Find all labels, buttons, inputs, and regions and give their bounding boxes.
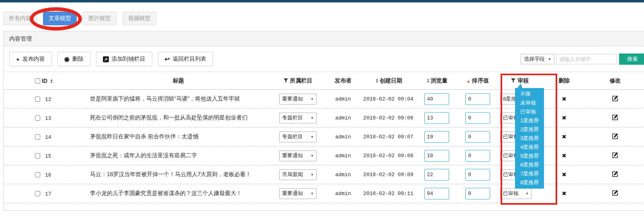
audit-option[interactable]: 8星推荐 [515,178,544,187]
audit-option[interactable]: 3星推荐 [515,134,544,143]
audit-filter-dropdown: 不限 未审核 已审核 1星推荐 2星推荐 3星推荐 4星推荐 5星推荐 6星推荐… [515,88,544,189]
row-publisher: admin [325,127,361,146]
tab-video-model[interactable]: 视频模型 [123,12,156,25]
views-input[interactable] [424,150,449,162]
row-checkbox[interactable] [35,153,40,158]
audit-option[interactable]: 不限 [515,90,544,99]
category-select[interactable]: 重要通知▼ [279,150,317,161]
category-select[interactable]: 专题栏目▼ [279,132,317,142]
sort-icon: ▲▼ [376,78,378,83]
model-tabs: 所有内容 文章模型 图片模型 视频模型 [3,12,156,25]
keyword-input[interactable] [556,54,617,64]
audit-option[interactable]: 7星推荐 [515,169,544,178]
delete-row-icon[interactable]: ✖ [562,152,566,159]
audit-option[interactable]: 已审核 [515,107,544,116]
row-title: 死在公司倒闭之前的茅侃侃，和一批从高处坠落的明星创业者们 [86,109,271,127]
add-to-sub-column-label: 添加到辅栏目 [112,55,145,63]
field-select-dropdown[interactable]: 选择字段 ▼ [521,54,554,64]
edit-icon[interactable] [612,133,619,140]
row-id: 16 [45,172,51,178]
delete-row-icon[interactable]: ✖ [562,96,566,102]
row-created: 2018-02-02 09:06 [361,109,415,127]
header-sort-value[interactable]: ▲排序值 [458,72,498,90]
back-to-column-list-label: 返回栏目列表 [172,55,206,63]
sort-value-input[interactable] [465,131,490,143]
category-select[interactable]: 专题栏目▼ [279,113,317,123]
audit-option[interactable]: 未审核 [515,99,544,107]
delete-row-icon[interactable]: ✖ [562,134,566,140]
audit-option[interactable]: 5星推荐 [515,152,544,160]
row-checkbox[interactable] [35,134,40,140]
views-input[interactable] [424,93,449,105]
content-table: ID ▲ ▼ 标题 所属栏目 发布者 ▲▼ 创建日期 [4,72,644,203]
tab-image-model[interactable]: 图片模型 [83,12,117,25]
table-row: 16 马云：18罗汉当年曾被开掉一个！马云用人7大原则，老板必看！ 市局新闻▼ … [4,165,644,184]
chevron-down-icon: ▼ [548,58,551,61]
audit-option[interactable]: 6星推荐 [515,160,544,169]
select-all-checkbox[interactable] [35,78,40,84]
header-views[interactable]: ▲▼ 浏览量 [415,72,458,90]
tab-all-content[interactable]: 所有内容 [3,12,37,25]
search-button[interactable]: 搜索 [619,53,644,65]
edit-icon[interactable] [612,152,619,158]
delete-row-icon[interactable]: ✖ [562,171,566,178]
header-title: 标题 [86,72,271,90]
search-area: 选择字段 ▼ 搜索 [521,53,644,65]
row-checkbox[interactable] [35,172,40,177]
row-id: 15 [45,153,51,159]
category-select[interactable]: 重要通知▼ [279,188,317,199]
table-row: 17 李小龙的儿子李国豪究竟是被谁谋杀的？这三个人嫌疑最大！ 重要通知▼ adm… [4,184,644,203]
delete-row-icon[interactable]: ✖ [562,115,566,121]
header-id-label: ID [42,78,47,84]
publish-content-button[interactable]: + 发布内容 [9,52,52,66]
sort-icon: ▲▼ [427,78,429,83]
views-input[interactable] [424,112,449,124]
plus-icon: + [16,56,20,63]
header-created[interactable]: ▲▼ 创建日期 [361,72,415,90]
edit-icon[interactable] [612,189,619,196]
sort-value-input[interactable] [465,169,490,181]
header-category[interactable]: 所属栏目 [271,72,325,90]
audit-option[interactable]: 4星推荐 [515,143,544,152]
sort-value-input[interactable] [465,150,490,162]
sort-value-input[interactable] [465,188,490,199]
audit-option[interactable]: 2星推荐 [515,125,544,134]
filter-icon [511,78,515,83]
tab-article-model[interactable]: 文章模型 [43,12,77,25]
row-checkbox[interactable] [35,115,40,121]
views-input[interactable] [424,169,449,181]
category-select[interactable]: 市局新闻▼ [279,169,317,180]
header-id[interactable]: ID ▲ ▼ [4,72,86,90]
audit-option[interactable]: 1星推荐 [515,116,544,125]
export-icon: ↗ [103,56,109,62]
back-to-column-list-button[interactable]: ↩ 返回栏目列表 [158,52,213,66]
sort-value-input[interactable] [465,93,490,105]
sort-icon[interactable]: ▲ ▼ [50,79,53,84]
category-select[interactable]: 重要通知▼ [279,94,317,105]
publish-content-label: 发布内容 [22,55,45,63]
row-title: 曾是阿里旗下的猛将，马云挥泪斩“马谡”，将他送入五年牢狱 [86,90,271,109]
top-title-bar [0,0,644,2]
row-title: 李小龙的儿子李国豪究竟是被谁谋杀的？这三个人嫌疑最大！ [86,184,271,203]
views-input[interactable] [424,188,449,199]
table-row: 15 茅侃侃之死：成年人的生活里没有容易二字 重要通知▼ admin 2018-… [4,146,644,165]
chevron-down-icon: ▼ [311,116,314,120]
field-select-label: 选择字段 [524,55,545,63]
edit-icon[interactable] [612,171,619,177]
edit-icon[interactable] [612,95,619,102]
audit-select[interactable]: 已审核▼ [500,188,532,199]
content-management-panel: 内容管理 + 发布内容 ◉ 删除 ↗ 添加到辅栏目 ↩ 返回栏目列表 选择字段 … [3,31,644,211]
sort-value-input[interactable] [465,112,490,124]
edit-icon[interactable] [612,114,619,121]
delete-button[interactable]: ◉ 删除 [57,52,90,66]
add-to-sub-column-button[interactable]: ↗ 添加到辅栏目 [96,52,152,66]
row-checkbox[interactable] [35,191,40,196]
record-icon: ◉ [64,55,70,63]
chevron-down-icon: ▼ [311,173,314,177]
row-created: 2018-02-02 09:11 [361,184,415,203]
row-checkbox[interactable] [35,97,40,102]
views-input[interactable] [424,131,449,143]
delete-row-icon[interactable]: ✖ [562,190,566,197]
chevron-down-icon: ▼ [525,192,529,195]
row-publisher: admin [325,165,361,184]
